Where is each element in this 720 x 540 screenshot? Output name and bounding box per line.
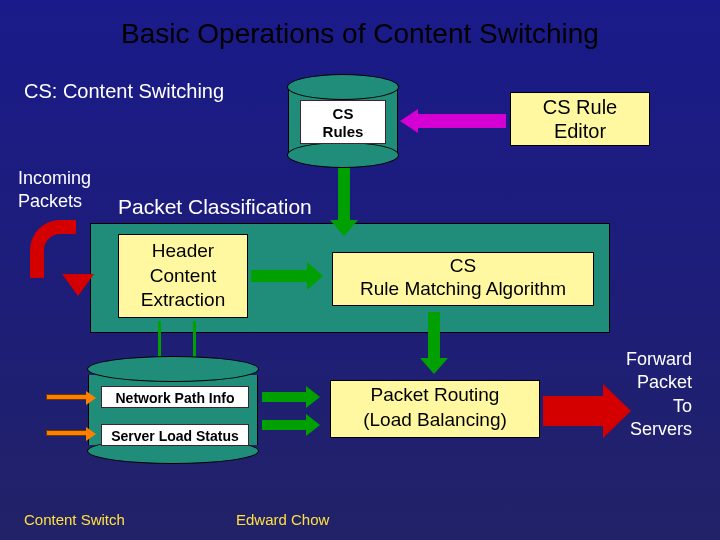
footer-left: Content Switch (24, 511, 125, 528)
arrow-into-cyl-1 (46, 394, 88, 400)
arrow-forward-icon (543, 396, 605, 426)
arrow-hce-to-matching (251, 270, 309, 282)
arrow-rules-to-classification (338, 168, 350, 222)
cs-rules-cylinder: CSRules (288, 82, 398, 160)
incoming-arrow-icon (30, 220, 76, 278)
arrow-into-cyl-2 (46, 430, 88, 436)
arrow-matching-to-routing (428, 312, 440, 360)
header-content-extraction-box: HeaderContentExtraction (118, 234, 248, 318)
subtitle: CS: Content Switching (24, 80, 224, 103)
cs-rules-label: CSRules (300, 100, 386, 144)
network-path-info-label: Network Path Info (101, 386, 249, 408)
arrow-cyl-to-routing-2 (262, 420, 308, 430)
arrow-cyl-to-routing-1 (262, 392, 308, 402)
forward-packet-label: ForwardPacketToServers (626, 348, 692, 442)
cs-rule-editor-box: CS RuleEditor (510, 92, 650, 146)
incoming-packets-label: IncomingPackets (18, 167, 91, 214)
footer-author: Edward Chow (236, 511, 329, 528)
rule-matching-box: CSRule Matching Algorithm (332, 252, 594, 306)
packet-routing-box: Packet Routing(Load Balancing) (330, 380, 540, 438)
packet-classification-label: Packet Classification (118, 195, 312, 219)
server-load-status-label: Server Load Status (101, 424, 249, 446)
slide-title: Basic Operations of Content Switching (0, 18, 720, 50)
arrow-editor-to-rules (416, 114, 506, 128)
